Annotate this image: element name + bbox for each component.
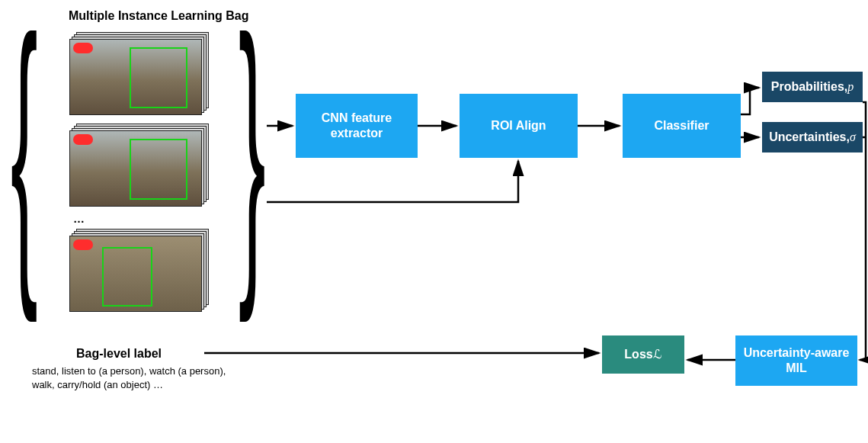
person-bbox [130,47,187,108]
channel-logo-icon [73,43,93,53]
loss-block: Loss ℒ [602,335,684,374]
brace-left-icon: { [11,0,38,305]
person-bbox [130,139,187,200]
channel-logo-icon [73,239,93,250]
diagram-title: Multiple Instance Learning Bag [69,9,248,23]
bag-level-label-actions: stand, listen to (a person), watch (a pe… [32,364,276,391]
channel-logo-icon [73,134,93,145]
ellipsis: … [73,212,85,225]
roi-align-block: ROI Align [460,94,578,158]
brace-right-icon: } [239,0,266,305]
cnn-feature-extractor-block: CNN feature extractor [296,94,418,158]
bag-level-label-title: Bag-level label [76,347,162,361]
uncertainty-aware-mil-block: Uncertainty-aware MIL [735,335,857,386]
uncertainties-output-block: Uncertainties, σ [762,122,863,152]
person-bbox [102,247,152,307]
probabilities-output-block: Probabilities, p [762,72,863,102]
classifier-block: Classifier [623,94,741,158]
instance-frame-stack-n [70,229,209,311]
instance-frame-stack-1 [70,32,209,114]
instance-frame-stack-2 [70,124,209,206]
